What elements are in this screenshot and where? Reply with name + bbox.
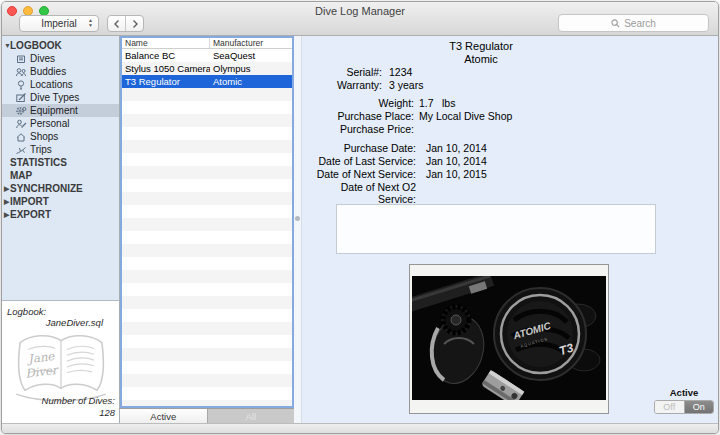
next-service-label: Date of Next Service: — [302, 168, 416, 180]
trips-icon — [15, 144, 27, 156]
active-segmented-control: Off On — [654, 400, 714, 414]
personal-icon — [15, 118, 27, 130]
chevron-left-icon — [112, 18, 122, 30]
forward-button[interactable] — [126, 16, 143, 31]
detail-pane: T3 Regulator Atomic Serial#: 1234 Warran… — [302, 36, 718, 423]
next-service-field[interactable]: Jan 10, 2015 — [426, 168, 487, 180]
table-row[interactable]: Stylus 1050 Camera Olympus — [122, 62, 292, 75]
sidebar-item-personal[interactable]: Personal — [2, 117, 119, 130]
main-area: ▼ LOGBOOK Dives Buddies — [2, 36, 718, 423]
app-window: Dive Log Manager Imperial ▲▼ Search ▼ L — [1, 1, 719, 434]
splitter-handle-icon[interactable] — [295, 216, 300, 221]
dropdown-stepper-icon: ▲▼ — [88, 18, 93, 28]
purchase-place-field[interactable]: My Local Dive Shop — [419, 110, 512, 122]
purchase-date-label: Purchase Date: — [302, 142, 416, 154]
buddies-icon — [15, 66, 27, 78]
chevron-right-icon — [130, 18, 140, 30]
back-button[interactable] — [108, 16, 126, 31]
table-row-selected[interactable]: T3 Regulator Atomic — [122, 75, 292, 88]
shops-icon — [15, 131, 27, 143]
sidebar-section-map[interactable]: MAP — [2, 169, 119, 182]
next-o2-service-label: Date of Next O2 Service: — [302, 181, 416, 205]
table-row[interactable]: Balance BC SeaQuest — [122, 49, 292, 62]
filter-tabs: Active All — [120, 408, 294, 423]
sidebar-item-dive-types[interactable]: Dive Types — [2, 91, 119, 104]
tab-all[interactable]: All — [207, 409, 295, 423]
equipment-icon — [15, 105, 27, 117]
units-dropdown[interactable]: Imperial ▲▼ — [19, 15, 99, 32]
logbook-filename: JaneDiver.sql — [46, 317, 103, 328]
sidebar-item-buddies[interactable]: Buddies — [2, 65, 119, 78]
purchase-date-field[interactable]: Jan 10, 2014 — [426, 142, 487, 154]
sidebar-section-logbook[interactable]: ▼ LOGBOOK — [2, 39, 119, 52]
purchase-price-label: Purchase Price: — [302, 123, 414, 135]
warranty-label: Warranty: — [302, 79, 382, 91]
weight-field[interactable]: 1.7 — [419, 97, 434, 109]
units-dropdown-value: Imperial — [41, 18, 77, 29]
table-body: Balance BC SeaQuest Stylus 1050 Camera O… — [122, 49, 292, 406]
active-control: Active Off On — [654, 387, 714, 414]
sidebar: ▼ LOGBOOK Dives Buddies — [2, 36, 120, 423]
dives-icon — [15, 53, 27, 65]
search-icon — [611, 19, 620, 28]
serial-field[interactable]: 1234 — [389, 66, 412, 78]
column-header-name[interactable]: Name — [122, 38, 210, 48]
regulator-photo: ATOMIC A Q U A T I C S T3 — [412, 276, 606, 400]
active-label: Active — [654, 387, 714, 398]
last-service-label: Date of Last Service: — [302, 155, 416, 167]
search-input[interactable]: Search — [558, 14, 709, 32]
weight-unit-label: lbs — [442, 97, 455, 109]
serial-label: Serial#: — [302, 66, 382, 78]
logbook-panel: Logbook: JaneDiver.sql Jane Diver Number… — [2, 300, 119, 423]
last-service-field[interactable]: Jan 10, 2014 — [426, 155, 487, 167]
pane-splitter[interactable] — [294, 36, 302, 423]
table-header: Name Manufacturer — [122, 38, 292, 49]
book-text-line2: Diver — [25, 363, 61, 381]
purchase-place-label: Purchase Place: — [302, 110, 414, 122]
equipment-photo-well[interactable]: ATOMIC A Q U A T I C S T3 — [409, 264, 609, 414]
status-bar — [2, 423, 718, 433]
sidebar-section-import[interactable]: ▶ IMPORT — [2, 195, 119, 208]
sidebar-tree: ▼ LOGBOOK Dives Buddies — [2, 36, 119, 300]
equipment-table: Name Manufacturer Balance BC SeaQuest St… — [120, 36, 294, 408]
sidebar-item-shops[interactable]: Shops — [2, 130, 119, 143]
sidebar-section-synchronize[interactable]: ▶ SYNCHRONIZE — [2, 182, 119, 195]
locations-icon — [15, 79, 27, 91]
equipment-list-column: Name Manufacturer Balance BC SeaQuest St… — [120, 36, 294, 423]
active-off-button[interactable]: Off — [655, 401, 685, 413]
dive-types-icon — [15, 92, 27, 104]
weight-label: Weight: — [302, 97, 414, 109]
notes-field[interactable] — [336, 204, 656, 254]
sidebar-item-trips[interactable]: Trips — [2, 143, 119, 156]
sidebar-section-export[interactable]: ▶ EXPORT — [2, 208, 119, 221]
warranty-field[interactable]: 3 years — [389, 79, 423, 91]
nav-buttons — [107, 15, 144, 32]
detail-title: T3 Regulator — [302, 40, 660, 52]
sidebar-item-equipment[interactable]: Equipment — [2, 104, 119, 117]
number-of-dives-label: Number of Dives: — [42, 395, 115, 406]
search-placeholder: Search — [624, 18, 656, 29]
logbook-label: Logbook: — [7, 306, 46, 317]
column-header-manufacturer[interactable]: Manufacturer — [210, 38, 292, 48]
tab-active[interactable]: Active — [120, 409, 207, 423]
detail-subtitle: Atomic — [302, 53, 660, 65]
number-of-dives-value: 128 — [99, 407, 115, 418]
titlebar: Dive Log Manager Imperial ▲▼ Search — [2, 2, 718, 36]
sidebar-section-statistics[interactable]: STATISTICS — [2, 156, 119, 169]
sidebar-item-locations[interactable]: Locations — [2, 78, 119, 91]
sidebar-item-dives[interactable]: Dives — [2, 52, 119, 65]
active-on-button[interactable]: On — [685, 401, 714, 413]
logbook-book-sketch: Jane Diver — [11, 328, 111, 404]
